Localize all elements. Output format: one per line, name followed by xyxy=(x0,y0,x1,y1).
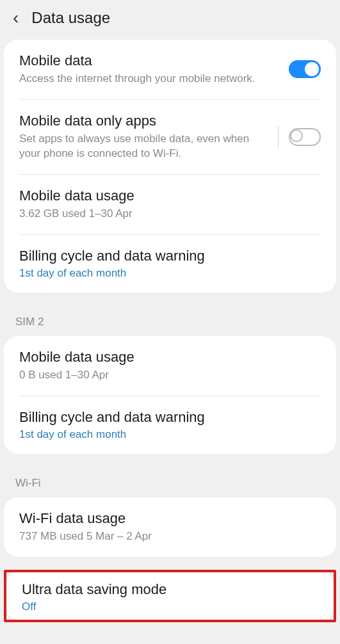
card-wifi: Wi-Fi data usage 737 MB used 5 Mar – 2 A… xyxy=(4,497,336,557)
mobile-data-only-apps-title: Mobile data only apps xyxy=(19,113,270,129)
billing-2-title: Billing cycle and data warning xyxy=(19,409,313,426)
mobile-data-only-apps-toggle[interactable] xyxy=(289,128,321,146)
card-ultra: Ultra data saving mode Off xyxy=(6,572,334,620)
card-sim2: Mobile data usage 0 B used 1–30 Apr Bill… xyxy=(4,336,336,454)
toggle-wrap xyxy=(278,126,321,148)
section-header-wifi: Wi-Fi xyxy=(0,467,340,497)
page-title: Data usage xyxy=(31,9,110,27)
mobile-data-title: Mobile data xyxy=(19,52,281,69)
row-mobile-data-usage-1[interactable]: Mobile data usage 3.62 GB used 1–30 Apr xyxy=(4,175,336,234)
row-content: Billing cycle and data warning 1st day o… xyxy=(19,248,321,280)
mobile-data-usage-1-title: Mobile data usage xyxy=(19,188,313,204)
billing-1-sub: 1st day of each month xyxy=(19,267,313,280)
row-ultra-data-saving[interactable]: Ultra data saving mode Off xyxy=(6,572,334,620)
row-content: Mobile data only apps Set apps to always… xyxy=(19,113,278,161)
mobile-data-sub: Access the internet through your mobile … xyxy=(19,72,281,86)
mobile-data-only-apps-sub: Set apps to always use mobile data, even… xyxy=(19,132,270,161)
section-header-sim2: SIM 2 xyxy=(0,305,340,336)
billing-1-title: Billing cycle and data warning xyxy=(19,248,313,264)
highlight-box: Ultra data saving mode Off xyxy=(4,570,336,622)
row-content: Mobile data Access the internet through … xyxy=(19,52,289,86)
ultra-sub: Off xyxy=(22,600,311,613)
mobile-data-toggle[interactable] xyxy=(289,60,321,78)
mobile-data-usage-2-title: Mobile data usage xyxy=(19,349,313,366)
row-content: Mobile data usage 0 B used 1–30 Apr xyxy=(19,349,321,383)
mobile-data-usage-1-sub: 3.62 GB used 1–30 Apr xyxy=(19,207,313,221)
wifi-usage-title: Wi-Fi data usage xyxy=(19,510,313,527)
row-content: Mobile data usage 3.62 GB used 1–30 Apr xyxy=(19,188,321,221)
row-content: Billing cycle and data warning 1st day o… xyxy=(19,409,321,441)
back-icon[interactable]: ‹ xyxy=(13,8,19,28)
row-billing-1[interactable]: Billing cycle and data warning 1st day o… xyxy=(4,235,336,293)
row-content: Wi-Fi data usage 737 MB used 5 Mar – 2 A… xyxy=(19,510,321,544)
row-mobile-data-usage-2[interactable]: Mobile data usage 0 B used 1–30 Apr xyxy=(4,336,336,396)
app-header: ‹ Data usage xyxy=(0,0,340,40)
card-sim1: Mobile data Access the internet through … xyxy=(4,40,336,293)
separator xyxy=(278,126,279,148)
row-content: Ultra data saving mode Off xyxy=(22,581,318,613)
wifi-usage-sub: 737 MB used 5 Mar – 2 Apr xyxy=(19,529,313,544)
row-billing-2[interactable]: Billing cycle and data warning 1st day o… xyxy=(4,396,336,454)
row-wifi-usage[interactable]: Wi-Fi data usage 737 MB used 5 Mar – 2 A… xyxy=(4,497,336,557)
ultra-title: Ultra data saving mode xyxy=(22,581,311,598)
mobile-data-usage-2-sub: 0 B used 1–30 Apr xyxy=(19,368,313,383)
row-mobile-data-only-apps[interactable]: Mobile data only apps Set apps to always… xyxy=(4,100,336,174)
billing-2-sub: 1st day of each month xyxy=(19,428,313,441)
row-mobile-data[interactable]: Mobile data Access the internet through … xyxy=(4,40,336,99)
